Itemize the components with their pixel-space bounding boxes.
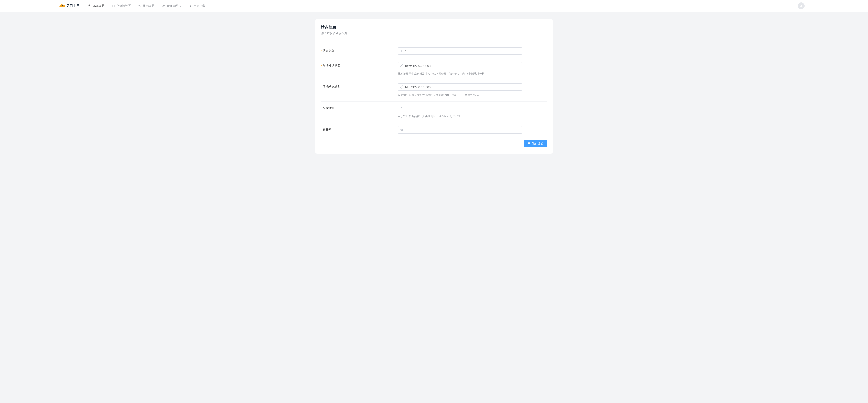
row-backend-url: 后端站点域名 此地址用于生成直链及本次存储下载使用，请务必保持和服务端地址一样. — [321, 59, 547, 80]
label-backend-url: 后端站点域名 — [321, 62, 398, 67]
eye-icon — [138, 4, 142, 7]
nav-item-label: 显示设置 — [143, 4, 155, 8]
row-avatar-url: 头像地址 用于管理员页面右上角头像地址，推荐尺寸为 35 * 35. — [321, 102, 547, 123]
save-button[interactable]: 保存设置 — [524, 140, 547, 147]
badge-check-icon — [527, 142, 530, 145]
user-icon — [400, 107, 403, 110]
nav-item-label: 存储源设置 — [116, 4, 131, 8]
section-title: 站点信息 — [321, 25, 547, 30]
label-beian: 备案号 — [321, 126, 398, 132]
required-dot-icon — [321, 50, 322, 51]
help-avatar-url: 用于管理员页面右上角头像地址，推荐尺寸为 35 * 35. — [398, 114, 522, 119]
divider — [321, 40, 547, 40]
nav-item-label: 直链管理 — [166, 4, 178, 8]
nav-log-download[interactable]: 日志下载 — [185, 0, 209, 12]
svg-point-1 — [90, 5, 91, 6]
link-icon — [400, 85, 403, 89]
row-beian: 备案号 — [321, 123, 547, 138]
link-icon — [162, 4, 165, 7]
save-button-label: 保存设置 — [532, 142, 544, 146]
nav-item-label: 日志下载 — [193, 4, 205, 8]
user-icon — [799, 4, 803, 8]
nav-basic-settings[interactable]: 基本设置 — [85, 0, 108, 12]
backend-url-input[interactable] — [405, 62, 520, 69]
badge-check-icon — [400, 128, 403, 132]
gear-icon — [88, 4, 91, 7]
chevron-down-icon — [180, 5, 182, 7]
folder-icon — [112, 4, 115, 7]
help-backend-url: 此地址用于生成直链及本次存储下载使用，请务必保持和服务端地址一样. — [398, 71, 522, 76]
top-nav: 基本设置 存储源设置 显示设置 直链管理 — [85, 0, 209, 12]
frontend-url-input[interactable] — [405, 84, 520, 90]
avatar[interactable] — [798, 2, 805, 9]
site-name-input[interactable] — [405, 48, 520, 54]
download-icon — [189, 4, 192, 7]
logo-text: ZFILE — [67, 4, 79, 8]
required-dot-icon — [321, 65, 322, 66]
settings-card: 站点信息 请填写您的站点信息 站点名称 后端站点域名 — [315, 19, 553, 154]
nav-directlink-manage[interactable]: 直链管理 — [158, 0, 185, 12]
app-header: ZFILE 基本设置 存储源设置 显示设置 直链管理 — [0, 0, 868, 12]
section-desc: 请填写您的站点信息 — [321, 32, 547, 36]
label-avatar-url: 头像地址 — [321, 105, 398, 110]
beian-input[interactable] — [405, 126, 520, 133]
nav-storage-settings[interactable]: 存储源设置 — [108, 0, 135, 12]
label-site-name: 站点名称 — [321, 47, 398, 53]
link-icon — [400, 64, 403, 67]
logo[interactable]: ZFILE — [59, 3, 79, 9]
form-actions: 保存设置 — [321, 138, 547, 147]
svg-point-0 — [62, 4, 63, 6]
avatar-url-input[interactable] — [405, 105, 520, 112]
nav-display-settings[interactable]: 显示设置 — [135, 0, 158, 12]
nav-item-label: 基本设置 — [93, 4, 104, 8]
document-icon — [400, 50, 403, 53]
help-frontend-url: 前后端分离后，需配置此地址，会影响 401、403、404 页面的跳转. — [398, 93, 522, 97]
row-frontend-url: 前端站点域名 前后端分离后，需配置此地址，会影响 401、403、404 页面的… — [321, 80, 547, 102]
cloud-icon — [59, 3, 65, 9]
row-site-name: 站点名称 — [321, 44, 547, 59]
label-frontend-url: 前端站点域名 — [321, 83, 398, 89]
svg-point-2 — [140, 5, 141, 6]
